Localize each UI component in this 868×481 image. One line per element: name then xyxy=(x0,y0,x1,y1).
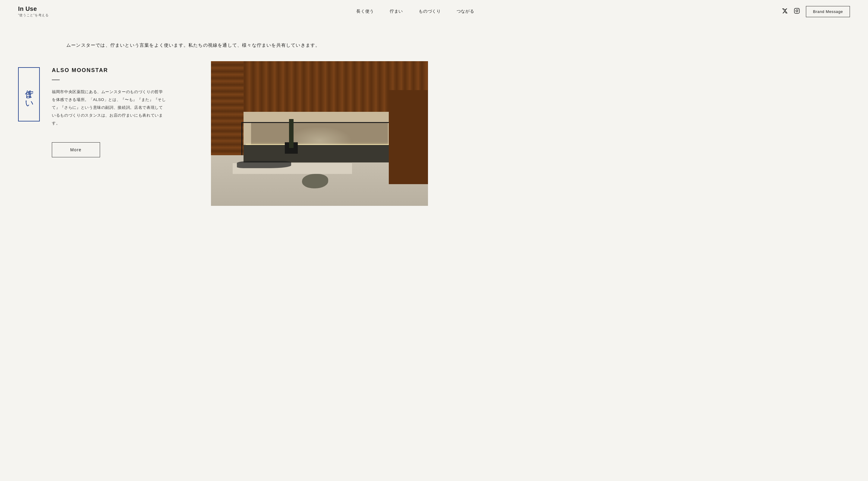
right-image-area xyxy=(211,61,850,206)
article-content: ALSO MOONSTAR 福岡市中央区薬院にある、ムーンスターのものづくりの哲… xyxy=(52,64,193,157)
article-title: ALSO MOONSTAR xyxy=(52,67,193,73)
gravel-decoration xyxy=(244,145,396,162)
main-nav: 長く使う 佇まい ものづくり つながる xyxy=(356,9,474,14)
intro-text: ムーンスターでは、佇まいという言葉をよく使います。私たちの視線を通して、様々な佇… xyxy=(66,41,850,49)
nav-item-tatazumai[interactable]: 佇まい xyxy=(390,9,403,14)
left-section: 佇まい ALSO MOONSTAR 福岡市中央区薬院にある、ムーンスターのものづ… xyxy=(18,64,193,157)
plant-stem-decoration xyxy=(289,119,293,148)
svg-rect-0 xyxy=(795,8,800,13)
nav-item-tsunagaru[interactable]: つながる xyxy=(457,9,474,14)
logo-subtitle: "使うこと"を考える xyxy=(18,13,49,18)
nav-item-nagaku[interactable]: 長く使う xyxy=(356,9,374,14)
stone-decoration xyxy=(302,174,328,188)
kanji-text: 佇まい xyxy=(24,84,34,105)
nav-item-monozukuri[interactable]: ものづくり xyxy=(418,9,441,14)
more-button[interactable]: More xyxy=(52,142,100,157)
logo-title[interactable]: In Use xyxy=(18,5,49,12)
svg-point-2 xyxy=(798,9,799,10)
shelves-right-decoration xyxy=(389,90,428,184)
logo-area: In Use "使うこと"を考える xyxy=(18,5,49,18)
brand-message-button[interactable]: Brand Message xyxy=(806,6,850,17)
svg-point-1 xyxy=(796,10,798,12)
article-divider xyxy=(52,79,60,80)
twitter-icon[interactable] xyxy=(782,8,788,15)
frame-top-decoration xyxy=(241,122,398,123)
content-area: 佇まい ALSO MOONSTAR 福岡市中央区薬院にある、ムーンスターのものづ… xyxy=(18,64,850,206)
instagram-icon[interactable] xyxy=(794,8,800,15)
article-body: 福岡市中央区薬院にある、ムーンスターのものづくりの哲学を体感できる場所。「ALS… xyxy=(52,88,166,127)
main-content: ムーンスターでは、佇まいという言葉をよく使います。私たちの視線を通して、様々な佇… xyxy=(0,23,868,230)
kanji-box: 佇まい xyxy=(18,67,40,122)
header-right: Brand Message xyxy=(782,6,850,17)
shoes-bench-decoration xyxy=(237,161,291,168)
site-header: In Use "使うこと"を考える 長く使う 佇まい ものづくり つながる Br… xyxy=(0,0,868,23)
store-photo xyxy=(211,61,428,206)
